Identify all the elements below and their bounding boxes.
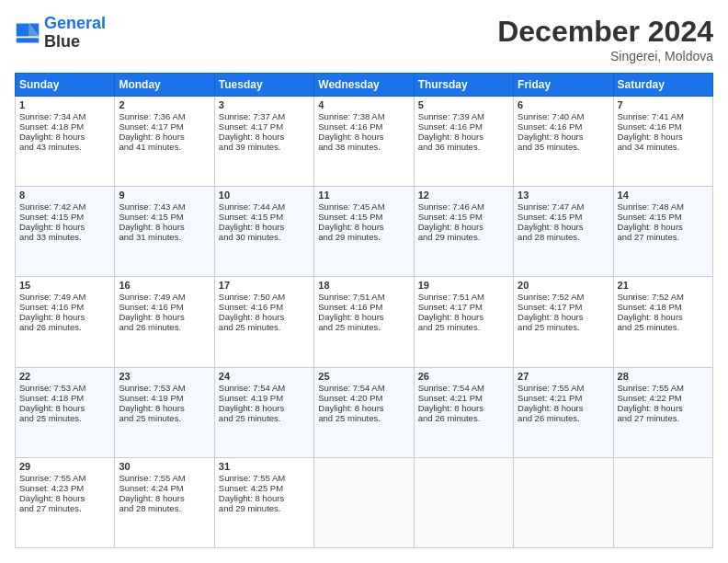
day-info-line: Sunrise: 7:37 AM [219, 111, 310, 121]
calendar-week-4: 22Sunrise: 7:53 AMSunset: 4:18 PMDayligh… [16, 367, 713, 457]
calendar-cell: 12Sunrise: 7:46 AMSunset: 4:15 PMDayligh… [414, 187, 513, 277]
day-info-line: Sunset: 4:15 PM [518, 212, 609, 222]
day-info-line: and 26 minutes. [19, 322, 110, 332]
calendar-cell: 22Sunrise: 7:53 AMSunset: 4:18 PMDayligh… [16, 367, 115, 457]
day-info-line: Sunrise: 7:55 AM [119, 473, 210, 483]
day-info-line: Sunset: 4:16 PM [318, 302, 409, 312]
calendar-cell: 31Sunrise: 7:55 AMSunset: 4:25 PMDayligh… [214, 457, 313, 547]
day-info-line: Daylight: 8 hours [19, 403, 110, 413]
day-number: 5 [418, 99, 509, 110]
day-info-line: and 29 minutes. [318, 232, 409, 242]
day-info-line: Sunrise: 7:55 AM [618, 383, 709, 393]
page: General Blue December 2024 Singerei, Mol… [0, 0, 728, 563]
day-info-line: Sunset: 4:18 PM [19, 393, 110, 403]
day-number: 13 [518, 190, 609, 201]
weekday-header-monday: Monday [115, 74, 214, 97]
day-number: 25 [318, 371, 409, 382]
header: General Blue December 2024 Singerei, Mol… [15, 15, 713, 63]
day-info-line: Sunset: 4:19 PM [219, 393, 310, 403]
day-info-line: and 34 minutes. [618, 142, 709, 152]
day-info-line: Sunset: 4:15 PM [19, 212, 110, 222]
calendar-cell: 11Sunrise: 7:45 AMSunset: 4:15 PMDayligh… [314, 187, 414, 277]
day-info-line: Sunset: 4:16 PM [318, 121, 409, 132]
day-info-line: Sunrise: 7:45 AM [318, 201, 409, 212]
day-info-line: Sunrise: 7:41 AM [618, 111, 709, 121]
day-info-line: Daylight: 8 hours [318, 312, 409, 322]
calendar-cell: 28Sunrise: 7:55 AMSunset: 4:22 PMDayligh… [613, 367, 712, 457]
day-info-line: Daylight: 8 hours [19, 493, 110, 503]
day-info-line: Sunset: 4:17 PM [518, 302, 609, 312]
day-number: 12 [418, 190, 509, 201]
calendar-cell: 14Sunrise: 7:48 AMSunset: 4:15 PMDayligh… [613, 187, 712, 277]
day-info-line: Sunrise: 7:54 AM [418, 383, 509, 393]
day-number: 7 [618, 99, 709, 110]
day-info-line: Sunset: 4:25 PM [219, 483, 310, 493]
day-info-line: Daylight: 8 hours [318, 403, 409, 413]
day-info-line: Sunrise: 7:48 AM [618, 201, 709, 212]
calendar-week-3: 15Sunrise: 7:49 AMSunset: 4:16 PMDayligh… [16, 277, 713, 367]
weekday-header-wednesday: Wednesday [314, 74, 414, 97]
day-info-line: and 27 minutes. [19, 503, 110, 513]
calendar-cell [613, 457, 712, 547]
day-info-line: Daylight: 8 hours [219, 493, 310, 503]
day-number: 6 [518, 99, 609, 110]
day-info-line: and 43 minutes. [19, 142, 110, 152]
day-number: 28 [618, 371, 709, 382]
day-info-line: Sunrise: 7:54 AM [318, 383, 409, 393]
logo-icon [15, 20, 40, 46]
calendar-cell: 4Sunrise: 7:38 AMSunset: 4:16 PMDaylight… [314, 97, 414, 187]
day-info-line: Daylight: 8 hours [19, 222, 110, 232]
calendar-cell: 13Sunrise: 7:47 AMSunset: 4:15 PMDayligh… [514, 187, 613, 277]
day-info-line: and 29 minutes. [418, 232, 509, 242]
day-number: 21 [618, 280, 709, 291]
day-info-line: and 26 minutes. [418, 413, 509, 423]
day-info-line: Sunrise: 7:36 AM [119, 111, 210, 121]
calendar-cell: 23Sunrise: 7:53 AMSunset: 4:19 PMDayligh… [115, 367, 214, 457]
day-info-line: Sunrise: 7:40 AM [518, 111, 609, 121]
day-info-line: Sunset: 4:21 PM [518, 393, 609, 403]
day-info-line: Sunrise: 7:53 AM [119, 383, 210, 393]
day-info-line: and 27 minutes. [618, 232, 709, 242]
day-number: 14 [618, 190, 709, 201]
calendar-cell: 26Sunrise: 7:54 AMSunset: 4:21 PMDayligh… [414, 367, 513, 457]
day-number: 27 [518, 371, 609, 382]
calendar-cell: 30Sunrise: 7:55 AMSunset: 4:24 PMDayligh… [115, 457, 214, 547]
day-info-line: Daylight: 8 hours [119, 132, 210, 142]
day-info-line: Sunrise: 7:53 AM [19, 383, 110, 393]
day-info-line: Daylight: 8 hours [219, 403, 310, 413]
day-info-line: Sunset: 4:16 PM [518, 121, 609, 132]
day-info-line: Sunrise: 7:38 AM [318, 111, 409, 121]
day-info-line: Sunset: 4:16 PM [119, 302, 210, 312]
weekday-header-saturday: Saturday [613, 74, 712, 97]
day-info-line: and 31 minutes. [119, 232, 210, 242]
day-info-line: Sunrise: 7:54 AM [219, 383, 310, 393]
day-info-line: and 30 minutes. [219, 232, 310, 242]
day-info-line: Daylight: 8 hours [518, 403, 609, 413]
day-info-line: and 36 minutes. [418, 142, 509, 152]
day-info-line: and 25 minutes. [119, 413, 210, 423]
day-number: 10 [219, 190, 310, 201]
day-info-line: Daylight: 8 hours [418, 403, 509, 413]
day-info-line: and 25 minutes. [518, 322, 609, 332]
day-info-line: and 28 minutes. [119, 503, 210, 513]
day-info-line: and 25 minutes. [618, 322, 709, 332]
day-info-line: Daylight: 8 hours [318, 222, 409, 232]
day-info-line: Sunrise: 7:55 AM [219, 473, 310, 483]
day-number: 22 [19, 371, 110, 382]
day-number: 1 [19, 99, 110, 110]
day-info-line: Sunset: 4:21 PM [418, 393, 509, 403]
day-number: 31 [219, 461, 310, 472]
calendar-body: 1Sunrise: 7:34 AMSunset: 4:18 PMDaylight… [16, 97, 713, 548]
day-info-line: Sunrise: 7:34 AM [19, 111, 110, 121]
day-info-line: Sunset: 4:18 PM [19, 121, 110, 132]
day-info-line: Daylight: 8 hours [119, 493, 210, 503]
calendar-cell: 24Sunrise: 7:54 AMSunset: 4:19 PMDayligh… [214, 367, 313, 457]
calendar-cell: 18Sunrise: 7:51 AMSunset: 4:16 PMDayligh… [314, 277, 414, 367]
calendar-cell: 21Sunrise: 7:52 AMSunset: 4:18 PMDayligh… [613, 277, 712, 367]
month-title: December 2024 [497, 15, 713, 49]
day-number: 11 [318, 190, 409, 201]
day-info-line: Sunset: 4:17 PM [418, 302, 509, 312]
day-info-line: Sunrise: 7:47 AM [518, 201, 609, 212]
day-info-line: Daylight: 8 hours [518, 132, 609, 142]
day-info-line: Sunrise: 7:55 AM [19, 473, 110, 483]
